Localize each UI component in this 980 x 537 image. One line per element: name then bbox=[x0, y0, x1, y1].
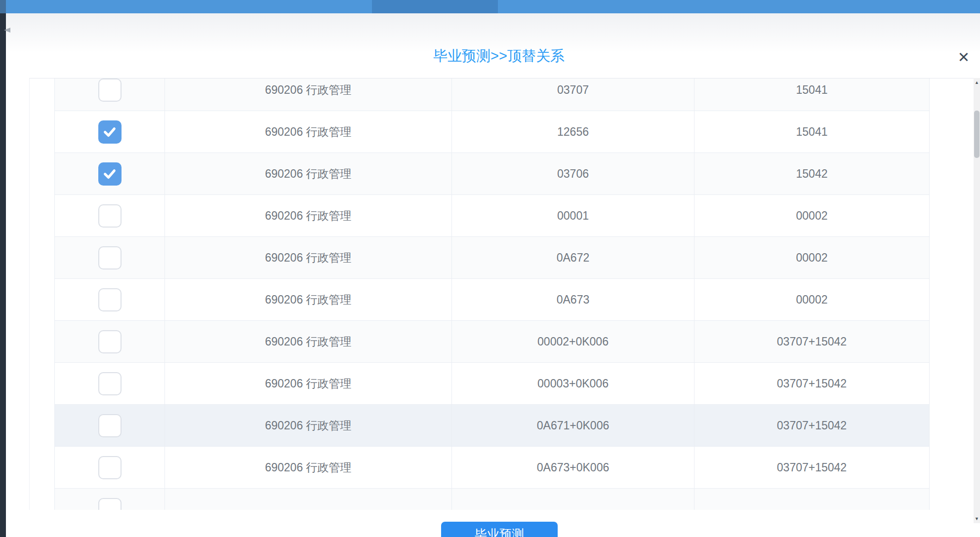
table-row: 690206 行政管理00003+0K00603707+15042 bbox=[54, 363, 930, 405]
checkbox-cell bbox=[54, 279, 165, 320]
replace-code-cell: 03707+15042 bbox=[694, 321, 930, 362]
course-code-cell bbox=[452, 489, 694, 510]
checkbox-cell bbox=[54, 78, 165, 111]
row-checkbox[interactable] bbox=[98, 372, 122, 395]
course-code-cell: 0A673+0K006 bbox=[452, 447, 694, 488]
replace-code-cell: 03707+15042 bbox=[694, 363, 930, 404]
row-checkbox[interactable] bbox=[98, 288, 122, 311]
table-row: 690206 行政管理0A673+0K00603707+15042 bbox=[54, 447, 930, 489]
checkbox-cell bbox=[54, 405, 165, 446]
row-checkbox[interactable] bbox=[98, 330, 122, 353]
table-row: 690206 行政管理0370615042 bbox=[54, 153, 930, 195]
replace-code-cell: 15041 bbox=[694, 111, 930, 153]
course-cell: 690206 行政管理 bbox=[165, 279, 452, 320]
table-row: 690206 行政管理0370715041 bbox=[54, 78, 930, 111]
table-row: 690206 行政管理0A671+0K00603707+15042 bbox=[54, 405, 930, 447]
replace-code-cell: 00002 bbox=[694, 279, 930, 320]
checkbox-cell bbox=[54, 111, 165, 153]
course-cell: 690206 行政管理 bbox=[165, 405, 452, 446]
checkbox-cell bbox=[54, 363, 165, 404]
cursor-arrow-icon bbox=[4, 28, 10, 33]
table-row: 690206 行政管理00002+0K00603707+15042 bbox=[54, 321, 930, 363]
dialog-title: 毕业预测>>顶替关系 bbox=[433, 47, 565, 64]
course-code-cell: 0A673 bbox=[452, 279, 694, 320]
checkbox-cell bbox=[54, 447, 165, 488]
replace-code-cell: 03707+15042 bbox=[694, 405, 930, 446]
course-cell: 690206 行政管理 bbox=[165, 195, 452, 236]
scrollbar-down-icon[interactable]: ▼ bbox=[974, 515, 980, 522]
scrollbar-thumb[interactable] bbox=[974, 111, 980, 158]
course-cell: 690206 行政管理 bbox=[165, 111, 452, 153]
close-icon[interactable]: ✕ bbox=[954, 48, 973, 67]
course-code-cell: 12656 bbox=[452, 111, 694, 153]
scrollbar-up-icon[interactable]: ▲ bbox=[974, 79, 980, 86]
replace-code-cell: 15041 bbox=[694, 78, 930, 111]
replace-code-cell: 03707+15042 bbox=[694, 447, 930, 488]
course-code-cell: 0A672 bbox=[452, 237, 694, 278]
course-cell: 690206 行政管理 bbox=[165, 363, 452, 404]
checkbox-cell bbox=[54, 237, 165, 278]
page-sidebar-edge bbox=[0, 13, 6, 537]
course-cell: 690206 行政管理 bbox=[165, 447, 452, 488]
replace-code-cell: 00002 bbox=[694, 237, 930, 278]
row-checkbox-checked[interactable] bbox=[98, 120, 122, 144]
table-row: 690206 行政管理0A67200002 bbox=[54, 237, 930, 279]
table-row: 690206 行政管理0000100002 bbox=[54, 195, 930, 237]
graduation-predict-button[interactable]: 毕业预测 bbox=[441, 522, 558, 537]
row-checkbox[interactable] bbox=[98, 414, 122, 437]
course-code-cell: 00002+0K006 bbox=[452, 321, 694, 362]
checkbox-cell bbox=[54, 195, 165, 236]
course-cell: 690206 行政管理 bbox=[165, 78, 452, 111]
checkbox-cell bbox=[54, 321, 165, 362]
row-checkbox[interactable] bbox=[98, 498, 122, 510]
row-checkbox[interactable] bbox=[98, 456, 122, 479]
table-row bbox=[54, 489, 930, 510]
top-bar bbox=[0, 0, 980, 13]
top-bar-corner bbox=[0, 0, 6, 13]
row-checkbox-checked[interactable] bbox=[98, 162, 122, 186]
course-code-cell: 00001 bbox=[452, 195, 694, 236]
table-row: 690206 行政管理0A67300002 bbox=[54, 279, 930, 321]
replace-code-cell bbox=[694, 489, 930, 510]
course-code-cell: 03707 bbox=[452, 78, 694, 111]
course-cell: 690206 行政管理 bbox=[165, 237, 452, 278]
course-code-cell: 0A671+0K006 bbox=[452, 405, 694, 446]
replace-code-cell: 15042 bbox=[694, 153, 930, 194]
course-code-cell: 00003+0K006 bbox=[452, 363, 694, 404]
course-cell: 690206 行政管理 bbox=[165, 321, 452, 362]
course-cell: 690206 行政管理 bbox=[165, 153, 452, 194]
table-row: 690206 行政管理1265615041 bbox=[54, 111, 930, 153]
topbar-active-segment bbox=[372, 0, 498, 13]
checkbox-cell bbox=[54, 489, 165, 510]
row-checkbox[interactable] bbox=[98, 204, 122, 228]
replace-code-cell: 00002 bbox=[694, 195, 930, 236]
checkbox-cell bbox=[54, 153, 165, 194]
course-cell bbox=[165, 489, 452, 510]
row-checkbox[interactable] bbox=[98, 78, 122, 102]
row-checkbox[interactable] bbox=[98, 246, 122, 269]
course-code-cell: 03706 bbox=[452, 153, 694, 194]
replacement-table: 690206 行政管理0370715041690206 行政管理12656150… bbox=[29, 78, 974, 510]
